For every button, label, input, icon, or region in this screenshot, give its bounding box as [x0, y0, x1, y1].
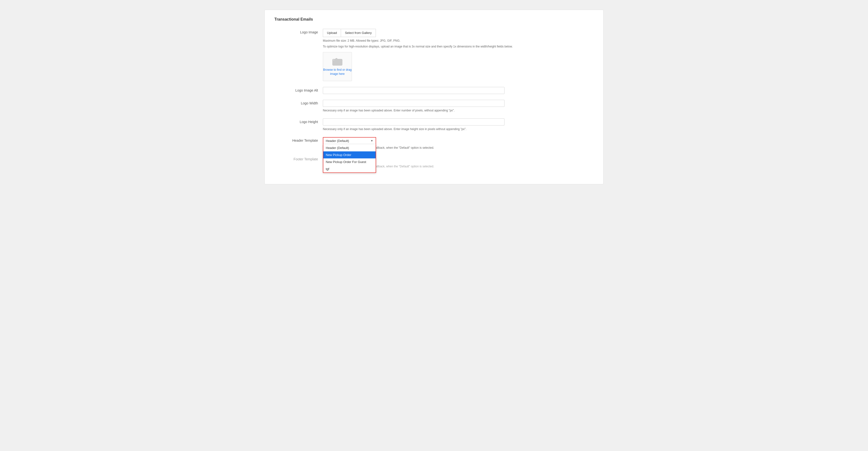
logo-image-label: Logo Image [274, 29, 323, 34]
dropdown-item-new-pickup-order-guest[interactable]: New Pickup Order For Guest [323, 158, 376, 166]
logo-height-content: Necessary only if an image has been uplo… [323, 118, 594, 131]
panel-title: Transactional Emails [274, 17, 594, 22]
image-upload-dropzone[interactable]: Browse to find or drag image here [323, 52, 352, 81]
svg-point-3 [336, 61, 339, 64]
logo-image-buttons: Upload Select from Gallery [323, 29, 594, 37]
upload-button[interactable]: Upload [323, 29, 341, 37]
logo-width-input[interactable] [323, 100, 504, 107]
select-from-gallery-button[interactable]: Select from Gallery [341, 29, 376, 37]
file-size-hint: Maximum file size: 2 MB. Allowed file ty… [323, 38, 594, 43]
logo-alt-label: Logo Image Alt [274, 87, 323, 92]
browse-text[interactable]: Browse to find or drag image here [323, 68, 352, 76]
chevron-down-icon: ▼ [371, 139, 373, 142]
svg-rect-4 [335, 58, 337, 60]
logo-alt-input[interactable] [323, 87, 504, 94]
header-template-label: Header Template [274, 137, 323, 143]
camera-icon [332, 57, 343, 66]
svg-rect-5 [333, 60, 334, 60]
logo-width-content: Necessary only if an image has been uplo… [323, 100, 594, 113]
logo-image-row: Logo Image Upload Select from Gallery Ma… [274, 29, 594, 81]
logo-image-content: Upload Select from Gallery Maximum file … [323, 29, 594, 81]
logo-alt-row: Logo Image Alt [274, 87, 594, 94]
logo-width-row: Logo Width Necessary only if an image ha… [274, 100, 594, 113]
header-template-row: Header Template Header (Default) ▼ Heade… [274, 137, 594, 150]
logo-height-input[interactable] [323, 118, 504, 125]
logo-height-hint: Necessary only if an image has been uplo… [323, 127, 594, 131]
header-template-dropdown-display[interactable]: Header (Default) ▼ [323, 137, 376, 144]
footer-template-row: Footer Template ▼ Email template chosen … [274, 156, 594, 169]
logo-height-label: Logo Height [274, 118, 323, 124]
logo-width-label: Logo Width [274, 100, 323, 105]
dropdown-item-tgf[interactable]: tgf [323, 166, 376, 173]
header-template-dropdown-list: Header (Default) New Pickup Order New Pi… [323, 144, 376, 173]
header-template-dropdown-container: Header (Default) ▼ Header (Default) New … [323, 137, 376, 144]
header-template-selected-value: Header (Default) [326, 139, 349, 143]
logo-alt-content [323, 87, 594, 94]
logo-height-row: Logo Height Necessary only if an image h… [274, 118, 594, 131]
logo-width-hint: Necessary only if an image has been uplo… [323, 108, 594, 113]
dropdown-item-header-default[interactable]: Header (Default) [323, 144, 376, 151]
optimize-hint: To optimize logo for high-resolution dis… [323, 44, 594, 49]
header-template-content: Header (Default) ▼ Header (Default) New … [323, 137, 594, 150]
dropdown-item-new-pickup-order[interactable]: New Pickup Order [323, 151, 376, 158]
footer-template-label: Footer Template [274, 156, 323, 161]
transactional-emails-panel: Transactional Emails Logo Image Upload S… [265, 10, 603, 184]
